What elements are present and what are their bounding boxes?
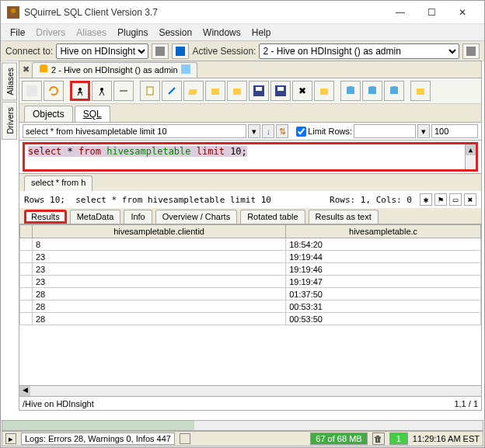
tb-refresh-icon[interactable] — [44, 81, 64, 101]
tb-folder3-icon[interactable] — [314, 81, 334, 101]
active-session-select[interactable]: 2 - Hive on HDInsight () as admin — [259, 43, 459, 59]
tb-catalog-icon[interactable] — [22, 81, 42, 101]
svg-rect-26 — [417, 89, 424, 95]
svg-rect-19 — [320, 89, 328, 95]
run-sql-button[interactable] — [70, 81, 90, 101]
svg-rect-25 — [390, 88, 398, 94]
tb-db2-icon[interactable] — [362, 81, 382, 101]
menu-session[interactable]: Session — [154, 26, 197, 40]
svg-rect-18 — [277, 87, 284, 91]
logs-text[interactable]: Logs: Errors 28, Warnings 0, Infos 447 — [21, 432, 175, 445]
h-scrollbar[interactable]: ◀ — [19, 385, 481, 396]
svg-rect-23 — [368, 88, 376, 94]
svg-rect-12 — [147, 87, 153, 95]
table-row[interactable]: 2800:53:31 — [20, 300, 481, 313]
subtab-text[interactable]: Results as text — [309, 210, 379, 224]
col-c[interactable]: hivesampletable.c — [286, 225, 481, 238]
tb-db3-icon[interactable] — [384, 81, 404, 101]
svg-point-9 — [79, 88, 82, 91]
menu-plugins[interactable]: Plugins — [113, 26, 152, 40]
table-row[interactable]: 2319:19:47 — [20, 276, 481, 288]
pin-icon[interactable]: ⚑ — [434, 193, 447, 206]
close-result-icon[interactable]: ✖ — [464, 193, 476, 206]
table-row[interactable]: 2801:37:50 — [20, 288, 481, 300]
connect-alias-select[interactable]: Hive on HDInsight — [56, 43, 148, 59]
menu-windows[interactable]: Windows — [198, 26, 246, 40]
toolbar: ✖ — [19, 78, 481, 104]
subtab-results[interactable]: Results — [24, 210, 67, 224]
sql-editor[interactable]: select * from hivesampletable limit 10; … — [23, 142, 478, 172]
menu-help[interactable]: Help — [247, 26, 276, 40]
tb-save-icon[interactable] — [249, 81, 269, 101]
svg-rect-16 — [256, 87, 262, 91]
connect-icon[interactable] — [152, 43, 169, 59]
tb-option-icon[interactable] — [113, 81, 134, 101]
query-history-input[interactable] — [23, 124, 246, 138]
menu-drivers[interactable]: Drivers — [31, 26, 70, 40]
svg-rect-6 — [40, 66, 47, 72]
editor-scrollbar[interactable]: ▲ — [465, 144, 476, 169]
sort-icon[interactable]: ⇅ — [276, 124, 288, 138]
log-toggle-icon[interactable]: ▸ — [5, 433, 16, 444]
maximize-button[interactable]: ☐ — [416, 2, 447, 23]
log-expand-icon[interactable] — [180, 433, 190, 444]
tab-sql[interactable]: SQL — [75, 106, 110, 122]
tb-delete-icon[interactable]: ✖ — [292, 81, 312, 101]
session-tab[interactable]: 2 - Hive on HDInsight () as admin — [32, 62, 197, 78]
side-tabs: Aliases Drivers — [2, 62, 17, 140]
tab-objects[interactable]: Objects — [24, 106, 73, 122]
table-row[interactable]: 2319:19:44 — [20, 251, 481, 263]
history-dropdown-icon[interactable]: ▾ — [248, 124, 260, 138]
col-clientid[interactable]: hivesampletable.clientid — [33, 225, 286, 238]
table-row[interactable]: 818:54:20 — [20, 238, 481, 251]
session-menu-icon[interactable] — [181, 64, 190, 75]
arrow-down-icon[interactable]: ↓ — [262, 124, 274, 138]
session-count: 1 — [389, 432, 408, 445]
gc-icon[interactable]: 🗑 — [372, 432, 385, 445]
close-all-sessions-icon[interactable]: ✖ — [19, 64, 32, 75]
subtab-rotated[interactable]: Rotated table — [240, 210, 305, 224]
session-tabs: ✖ 2 - Hive on HDInsight () as admin — [19, 61, 481, 78]
export-icon[interactable]: ▭ — [449, 193, 462, 206]
table-row[interactable]: 2319:19:46 — [20, 263, 481, 276]
sidetab-drivers[interactable]: Drivers — [2, 102, 17, 140]
limit-rows-label: Limit Rows: — [308, 127, 352, 136]
tb-folder1-icon[interactable] — [205, 81, 225, 101]
new-session-icon[interactable] — [172, 43, 189, 59]
connect-bar: Connect to: Hive on HDInsight Active Ses… — [1, 41, 484, 61]
rerun-icon[interactable]: ✱ — [420, 193, 432, 206]
menu-file[interactable]: File — [5, 26, 30, 40]
subtab-metadata[interactable]: MetaData — [70, 210, 121, 224]
tb-folder4-icon[interactable] — [410, 81, 431, 101]
session-action-icon[interactable] — [462, 43, 480, 59]
svg-point-1 — [11, 9, 16, 13]
row-header[interactable] — [20, 225, 33, 238]
table-row[interactable]: 2800:53:50 — [20, 313, 481, 325]
menu-aliases[interactable]: Aliases — [72, 26, 111, 40]
tb-db1-icon[interactable] — [340, 81, 361, 101]
tb-new-icon[interactable] — [140, 81, 160, 101]
sidetab-aliases[interactable]: Aliases — [2, 62, 17, 100]
limit-dropdown-icon[interactable]: ▾ — [417, 124, 430, 138]
minimize-button[interactable]: — — [385, 2, 416, 23]
titlebar: SQuirreL SQL Client Version 3.7 — ☐ ✕ — [1, 1, 484, 24]
tb-saveas-icon[interactable] — [270, 81, 291, 101]
run-all-sql-button[interactable] — [92, 81, 112, 101]
tb-wizard-icon[interactable] — [162, 81, 182, 101]
subtab-overview[interactable]: Overview / Charts — [155, 210, 237, 224]
limit-dropdown[interactable] — [354, 124, 416, 138]
svg-rect-4 — [466, 47, 476, 56]
path-bar: /Hive on HDInsight 1,1 / 1 — [19, 396, 481, 410]
tb-open-icon[interactable] — [183, 81, 204, 101]
limit-value-input[interactable] — [431, 124, 478, 138]
connect-label: Connect to: — [5, 46, 53, 57]
menubar: File Drivers Aliases Plugins Session Win… — [1, 24, 484, 41]
memory-text[interactable]: 67 of 68 MB — [310, 432, 367, 445]
subtab-info[interactable]: Info — [124, 210, 152, 224]
outer-scrollbar[interactable] — [2, 420, 483, 431]
path-text: /Hive on HDInsight — [23, 399, 94, 408]
close-button[interactable]: ✕ — [447, 2, 478, 23]
result-tab[interactable]: select * from h — [24, 175, 92, 191]
limit-rows-checkbox[interactable] — [296, 127, 306, 137]
tb-folder2-icon[interactable] — [227, 81, 247, 101]
